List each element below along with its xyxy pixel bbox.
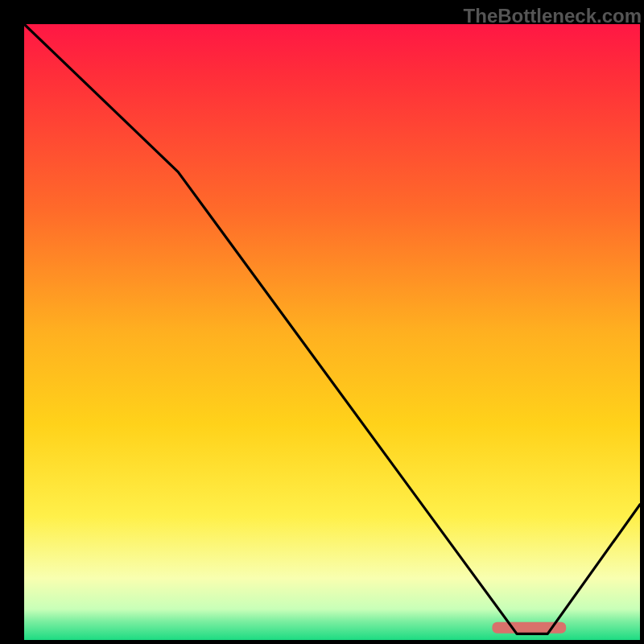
bottleneck-chart	[24, 24, 640, 640]
watermark-text: TheBottleneck.com	[464, 5, 642, 27]
svg-rect-0	[24, 24, 640, 640]
chart-container	[24, 24, 640, 640]
